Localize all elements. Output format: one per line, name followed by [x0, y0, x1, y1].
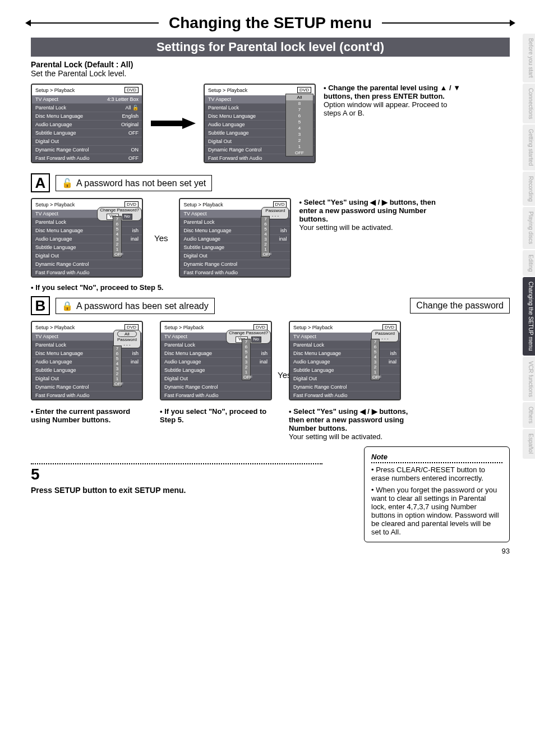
level-option[interactable]: 2 — [286, 137, 313, 144]
level-option[interactable]: 1 — [113, 376, 121, 381]
menu-item[interactable]: Audio Languageinal — [32, 357, 142, 366]
menu-item[interactable]: Dynamic Range Control — [161, 382, 271, 391]
menu-item[interactable]: Fast Forward with Audio — [290, 391, 400, 399]
menu-item[interactable]: Subtitle Language — [32, 243, 142, 251]
level-option[interactable]: 3 — [261, 237, 269, 242]
side-tab[interactable]: Before you start — [523, 34, 535, 82]
level-option[interactable]: 4 — [286, 125, 313, 131]
level-option[interactable]: OFF — [113, 381, 121, 386]
menu-panel-a2: Setup > PlaybackDVD TV Aspectetter BoxPa… — [179, 198, 291, 278]
side-tab[interactable]: Español — [523, 429, 535, 458]
side-tab[interactable]: Connections — [523, 84, 535, 124]
menu-item[interactable]: Digital Out — [32, 137, 142, 145]
menu-item[interactable]: Fast Forward with Audio — [161, 391, 271, 399]
menu-item[interactable]: Audio Languageinal — [161, 357, 271, 366]
menu-item[interactable]: Subtitle Language — [32, 366, 142, 374]
lock-icon: 🔒 — [62, 301, 73, 311]
menu-item[interactable]: Disc Menu LanguageEnglish — [32, 112, 142, 120]
level-option[interactable]: 7 — [242, 339, 250, 344]
level-option[interactable]: 7 — [261, 216, 269, 222]
level-option[interactable]: 1 — [261, 247, 269, 252]
level-option[interactable]: 1 — [113, 247, 121, 252]
menu-item[interactable]: Audio Languageinal — [180, 234, 290, 243]
menu-item[interactable]: Subtitle LanguageOFF — [32, 128, 142, 137]
side-tab[interactable]: Recording — [523, 172, 535, 206]
level-option[interactable]: 3 — [242, 359, 250, 365]
level-option[interactable]: 6 — [113, 222, 121, 227]
menu-item[interactable]: Dynamic Range ControlON — [32, 145, 142, 154]
level-option[interactable]: 4 — [113, 361, 121, 366]
level-option[interactable]: 2 — [242, 365, 250, 370]
level-option[interactable]: 4 — [261, 232, 269, 237]
level-option[interactable]: OFF — [261, 252, 269, 257]
menu-item[interactable]: Fast Forward with Audio — [32, 391, 142, 399]
menu-item[interactable]: Dynamic Range Control — [32, 382, 142, 391]
level-option[interactable]: All — [286, 94, 313, 100]
level-option[interactable]: 2 — [113, 242, 121, 247]
menu-item[interactable]: Subtitle Language — [290, 366, 400, 374]
level-option[interactable]: 5 — [261, 227, 269, 232]
level-option[interactable]: 7 — [113, 216, 121, 222]
side-tab[interactable]: VCR functions — [523, 357, 535, 402]
level-option[interactable]: 3 — [113, 366, 121, 371]
menu-item[interactable]: Disc Menu Languageish — [290, 349, 400, 357]
level-option[interactable]: OFF — [113, 252, 121, 257]
side-tab[interactable]: Editing — [523, 250, 535, 276]
level-option[interactable]: 7 — [113, 346, 121, 351]
level-option[interactable]: 6 — [261, 222, 269, 227]
side-tab[interactable]: Others — [523, 402, 535, 428]
level-option[interactable]: 3 — [113, 237, 121, 242]
level-option[interactable]: 2 — [371, 365, 379, 370]
level-option[interactable]: 3 — [371, 359, 379, 365]
level-option[interactable]: 6 — [371, 344, 379, 349]
menu-item[interactable]: TV Aspect4:3 Letter Box — [32, 95, 142, 103]
level-option[interactable]: 1 — [371, 370, 379, 375]
menu-item[interactable]: Disc Menu Languageish — [32, 349, 142, 357]
menu-item[interactable]: Digital Out — [290, 374, 400, 382]
level-option[interactable]: 6 — [113, 351, 121, 356]
side-tab[interactable]: Getting started — [523, 125, 535, 170]
menu-item[interactable]: Digital Out — [161, 374, 271, 382]
level-option[interactable]: 5 — [286, 119, 313, 125]
menu-item[interactable]: Parental LockAll 🔓 — [32, 103, 142, 112]
level-option[interactable]: 1 — [286, 144, 313, 150]
menu-item[interactable]: Digital Out — [32, 251, 142, 260]
level-option[interactable]: 4 — [371, 354, 379, 359]
level-option[interactable]: 6 — [286, 113, 313, 119]
level-option[interactable]: 5 — [242, 349, 250, 354]
level-option[interactable]: 4 — [113, 232, 121, 237]
menu-item[interactable]: Audio LanguageOriginal — [32, 120, 142, 128]
level-option[interactable]: 2 — [261, 242, 269, 247]
menu-item[interactable]: Fast Forward with AudioOFF — [32, 154, 142, 162]
level-option[interactable]: OFF — [371, 375, 379, 380]
menu-item[interactable]: Audio Languageinal — [32, 234, 142, 243]
level-option[interactable]: 2 — [113, 371, 121, 376]
level-option[interactable]: 5 — [113, 227, 121, 232]
level-option[interactable]: 5 — [113, 356, 121, 361]
level-option[interactable]: OFF — [286, 150, 313, 156]
menu-item[interactable]: Disc Menu Languageish — [180, 226, 290, 234]
side-tab[interactable]: Changing the SETUP menu — [523, 277, 535, 355]
level-option[interactable]: OFF — [242, 375, 250, 380]
menu-item[interactable]: Dynamic Range Control — [290, 382, 400, 391]
menu-item[interactable]: Subtitle Language — [161, 366, 271, 374]
level-option[interactable]: 3 — [286, 131, 313, 137]
menu-item[interactable]: Fast Forward with Audio — [32, 268, 142, 276]
level-option[interactable]: 4 — [242, 354, 250, 359]
menu-item[interactable]: Subtitle Language — [180, 243, 290, 251]
level-option[interactable]: 5 — [371, 349, 379, 354]
level-option[interactable]: 6 — [242, 344, 250, 349]
menu-item[interactable]: Digital Out — [32, 374, 142, 382]
menu-item[interactable]: Dynamic Range Control — [32, 260, 142, 268]
menu-item[interactable]: Dynamic Range Control — [180, 260, 290, 268]
level-option[interactable]: 8 — [286, 100, 313, 107]
level-option[interactable]: 7 — [286, 107, 313, 113]
side-tab[interactable]: Playing discs — [523, 207, 535, 248]
menu-item[interactable]: Fast Forward with Audio — [180, 268, 290, 276]
level-option[interactable]: 7 — [371, 339, 379, 344]
level-option[interactable]: 1 — [242, 370, 250, 375]
menu-item[interactable]: Disc Menu Languageish — [161, 349, 271, 357]
menu-item[interactable]: Digital Out — [180, 251, 290, 260]
menu-item[interactable]: Disc Menu Languageish — [32, 226, 142, 234]
menu-item[interactable]: Audio Languageinal — [290, 357, 400, 366]
